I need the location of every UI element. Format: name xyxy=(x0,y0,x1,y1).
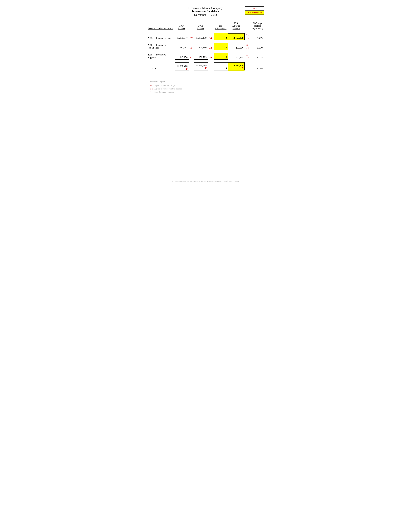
bal2017-2210: 182,983 xyxy=(175,43,188,50)
total-bal2018: 13,524,349 F xyxy=(194,62,208,71)
bal2017-2215: 143,170 xyxy=(175,53,188,59)
total-bal2017: 12,356,400 F xyxy=(175,62,188,71)
page: 22-1 XX 2/25/2019 Oceanview Marine Compa… xyxy=(147,6,264,184)
reference-box: 22-1 XX 2/25/2019 xyxy=(245,6,264,15)
col-ref2018 xyxy=(208,21,214,30)
header-spacer xyxy=(147,30,264,33)
account-name-2205: 2205 — Inventory, Boats xyxy=(147,33,175,40)
footnote-section: Tickmark Legend PY Agreed to prior year … xyxy=(150,80,264,94)
ref2017-2215: PY xyxy=(188,53,194,59)
ref2018-2215: G/L xyxy=(208,53,214,59)
col-2017-balance: 2017 Balance xyxy=(175,21,188,30)
account-name-2210: 2210 — Inventory,Repair Parts xyxy=(147,43,175,50)
col-pct-change: % Change (before adjustment) xyxy=(251,21,264,30)
col-adj-balance: 2018 Adjusted Balance xyxy=(228,21,244,30)
total-adjbal: 13,524,349 F xyxy=(228,62,244,71)
footnote-py: PY Agreed to prior year ledger xyxy=(150,84,264,87)
total-ref-adj xyxy=(244,62,251,71)
footnote-text-gl: Agreed to current year trial balance xyxy=(154,88,182,90)
ref2017-2205: PY xyxy=(188,33,194,40)
col-ref2017 xyxy=(188,21,194,30)
total-netadj: 0 xyxy=(214,62,228,71)
footnote-key-py: PY xyxy=(150,84,153,87)
footnote-text-f: Footed without exception xyxy=(154,91,174,94)
table-row: 2215 — Inventory,Supplies 143,170 PY 156… xyxy=(147,53,264,59)
netadj-2215: 0 xyxy=(214,53,228,59)
netadj-2210: 0 xyxy=(214,43,228,50)
pct-2215: 9.51% xyxy=(251,53,264,59)
footnote-text-py: Agreed to prior year ledger xyxy=(154,84,176,87)
col-adj-ref xyxy=(244,21,251,30)
table-row: 2205 — Inventory, Boats 12,030,247 PY 13… xyxy=(147,33,264,40)
ref2017-2210: PY xyxy=(188,43,194,50)
total-ref2017 xyxy=(188,62,194,71)
bal2018-2210: 200,390 xyxy=(194,43,208,50)
netadj-2205: 0 xyxy=(214,33,228,40)
footer-text: For engagement team use only · Oceanview… xyxy=(172,180,239,182)
adjbal-2215: 156,789 xyxy=(228,53,244,59)
col-net-adj: Net Adjustments xyxy=(214,21,228,30)
bal2018-2205: 13,167,170 xyxy=(194,33,208,40)
total-row: Total 12,356,400 F 13,524,349 F 0 13,524… xyxy=(147,62,264,71)
total-label: Total xyxy=(147,62,175,71)
ref-adj-2215: 22-10 xyxy=(244,53,251,59)
footnote-gl: G/L Agreed to current year trial balance xyxy=(150,88,264,90)
footnote-key-f: F xyxy=(150,91,153,94)
column-header-row: Account Number and Name 2017 Balance 201… xyxy=(147,21,264,30)
footnote-key-gl: G/L xyxy=(150,88,153,90)
bal2018-2215: 156,789 xyxy=(194,53,208,59)
adjbal-2205: 13,167,170 xyxy=(228,33,244,40)
ref2018-2205: G/L xyxy=(208,33,214,40)
footnote-f: F Footed without exception xyxy=(150,91,264,94)
account-name-2215: 2215 — Inventory,Supplies xyxy=(147,53,175,59)
ref-bottom: XX 2/25/2019 xyxy=(245,11,264,15)
ref-adj-2205: 22-10 xyxy=(244,33,251,40)
bal2017-2205: 12,030,247 xyxy=(175,33,188,40)
col-account: Account Number and Name xyxy=(147,21,175,30)
table-row: 2210 — Inventory,Repair Parts 182,983 PY… xyxy=(147,43,264,50)
row-spacer xyxy=(147,50,264,53)
page-footer: For engagement team use only · Oceanview… xyxy=(147,180,264,182)
pct-2205: 9.45% xyxy=(251,33,264,40)
col-2018-balance: 2018 Balance xyxy=(194,21,208,30)
row-spacer xyxy=(147,59,264,62)
main-table: Account Number and Name 2017 Balance 201… xyxy=(147,21,264,71)
footnote-title: Tickmark Legend xyxy=(150,80,264,83)
total-ref2018 xyxy=(208,62,214,71)
adjbal-2210: 200,390 xyxy=(228,43,244,50)
ref-top: 22-1 xyxy=(245,7,264,11)
row-spacer xyxy=(147,40,264,43)
ref2018-2210: G/L xyxy=(208,43,214,50)
total-pct: 9.45% xyxy=(251,62,264,71)
pct-2210: 9.51% xyxy=(251,43,264,50)
ref-adj-2210: 22-10 xyxy=(244,43,251,50)
